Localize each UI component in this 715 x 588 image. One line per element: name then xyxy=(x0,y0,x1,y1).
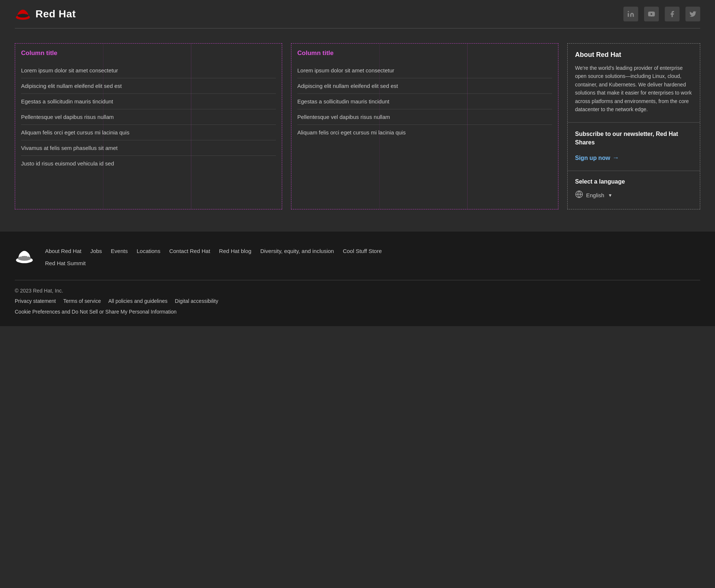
footer-link-about[interactable]: About Red Hat xyxy=(45,246,81,256)
copyright-text: © 2023 Red Hat, Inc. xyxy=(15,288,700,294)
logo-text: Red Hat xyxy=(35,8,76,20)
footer-link-locations[interactable]: Locations xyxy=(137,246,160,256)
svg-point-1 xyxy=(17,14,28,17)
newsletter-title: Subscribe to our newsletter, Red Hat Sha… xyxy=(575,130,692,147)
column2-list: Lorem ipsum dolor sit amet consectetur A… xyxy=(297,63,552,140)
newsletter-section: Subscribe to our newsletter, Red Hat Sha… xyxy=(568,123,700,171)
column-block-2: Column title Lorem ipsum dolor sit amet … xyxy=(291,43,558,209)
legal-link-privacy[interactable]: Privacy statement xyxy=(15,298,56,304)
globe-icon xyxy=(575,190,583,200)
legal-link-accessibility[interactable]: Digital accessibility xyxy=(175,298,218,304)
svg-point-7 xyxy=(18,256,31,261)
list-item[interactable]: Lorem ipsum dolor sit amet consectetur xyxy=(21,63,276,78)
list-item[interactable]: Adipiscing elit nullam eleifend elit sed… xyxy=(297,78,552,94)
footer-logo-icon xyxy=(15,248,34,264)
about-title: About Red Hat xyxy=(575,51,692,59)
footer-legal-links: Privacy statement Terms of service All p… xyxy=(15,298,700,304)
sign-up-label: Sign up now xyxy=(575,155,610,161)
chevron-down-icon: ▼ xyxy=(608,193,612,198)
footer-nav: About Red Hat Jobs Events Locations Cont… xyxy=(45,246,391,267)
list-item[interactable]: Egestas a sollicitudin mauris tincidunt xyxy=(21,94,276,109)
twitter-icon[interactable] xyxy=(685,7,700,21)
arrow-right-icon: → xyxy=(612,154,619,162)
list-item[interactable]: Lorem ipsum dolor sit amet consectetur xyxy=(297,63,552,78)
list-item[interactable]: Adipiscing elit nullam eleifend elit sed… xyxy=(21,78,276,94)
footer-link-blog[interactable]: Red Hat blog xyxy=(219,246,252,256)
column2-title: Column title xyxy=(297,49,552,57)
column1-title: Column title xyxy=(21,49,276,57)
list-item[interactable]: Pellentesque vel dapibus risus nullam xyxy=(21,109,276,125)
logo-area: Red Hat xyxy=(15,7,76,21)
about-section: About Red Hat We're the world's leading … xyxy=(568,44,700,123)
footer-top: About Red Hat Jobs Events Locations Cont… xyxy=(15,246,700,267)
list-item[interactable]: Egestas a sollicitudin mauris tincidunt xyxy=(297,94,552,109)
about-text: We're the world's leading provider of en… xyxy=(575,64,692,113)
footer-link-contact[interactable]: Contact Red Hat xyxy=(169,246,210,256)
sign-up-link[interactable]: Sign up now → xyxy=(575,154,619,162)
language-title: Select a language xyxy=(575,178,692,185)
footer-divider xyxy=(15,280,700,280)
footer-link-summit[interactable]: Red Hat Summit xyxy=(45,259,86,268)
legal-link-policies[interactable]: All policies and guidelines xyxy=(108,298,167,304)
youtube-icon[interactable] xyxy=(644,7,659,21)
footer: About Red Hat Jobs Events Locations Cont… xyxy=(0,232,715,326)
column1-list: Lorem ipsum dolor sit amet consectetur A… xyxy=(21,63,276,171)
footer-bottom: © 2023 Red Hat, Inc. Privacy statement T… xyxy=(15,288,700,315)
header: Red Hat xyxy=(0,0,715,28)
column-block-1: Column title Lorem ipsum dolor sit amet … xyxy=(15,43,282,209)
svg-point-2 xyxy=(628,11,629,12)
legal-link-tos[interactable]: Terms of service xyxy=(63,298,101,304)
language-selector[interactable]: English ▼ xyxy=(575,190,692,200)
main-content: Column title Lorem ipsum dolor sit amet … xyxy=(0,28,715,232)
list-item[interactable]: Aliquam felis orci eget cursus mi lacini… xyxy=(297,125,552,140)
footer-link-cool-stuff[interactable]: Cool Stuff Store xyxy=(343,246,382,256)
list-item[interactable]: Aliquam felis orci eget cursus mi lacini… xyxy=(21,125,276,140)
social-icons-container xyxy=(623,7,700,21)
footer-link-jobs[interactable]: Jobs xyxy=(90,246,102,256)
list-item[interactable]: Pellentesque vel dapibus risus nullam xyxy=(297,109,552,125)
cookie-preferences-link[interactable]: Cookie Preferences and Do Not Sell or Sh… xyxy=(15,309,177,315)
language-value: English xyxy=(586,192,604,198)
footer-link-dei[interactable]: Diversity, equity, and inclusion xyxy=(260,246,334,256)
redhat-logo-icon xyxy=(15,7,31,21)
language-section: Select a language English ▼ xyxy=(568,171,700,209)
right-panel: About Red Hat We're the world's leading … xyxy=(567,43,700,209)
footer-link-events[interactable]: Events xyxy=(111,246,128,256)
facebook-icon[interactable] xyxy=(665,7,680,21)
list-item[interactable]: Vivamus at felis sem phasellus sit amet xyxy=(21,140,276,156)
linkedin-icon[interactable] xyxy=(623,7,638,21)
list-item[interactable]: Justo id risus euismod vehicula id sed xyxy=(21,156,276,171)
